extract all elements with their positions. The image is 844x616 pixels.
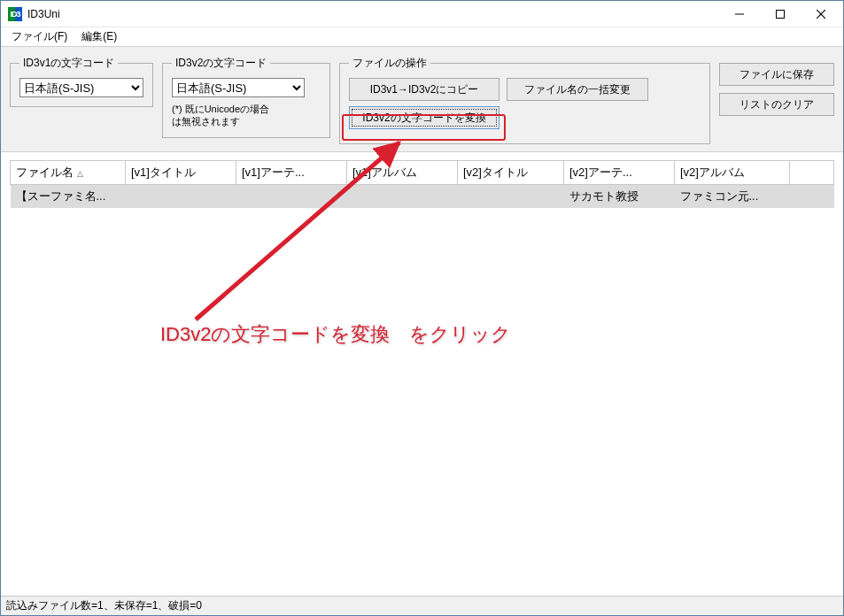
convert-id3v2-encoding-button[interactable]: ID3v2の文字コードを変換: [349, 106, 499, 129]
titlebar: ID3 ID3Uni: [1, 1, 843, 27]
column-header-row: ファイル名△ [v1]タイトル [v1]アーテ... [v1]アルバム [v2]…: [11, 161, 834, 185]
menu-file[interactable]: ファイル(F): [4, 27, 74, 46]
cell-v1-album: [347, 185, 458, 209]
col-v2-album[interactable]: [v2]アルバム: [675, 161, 790, 185]
bulk-rename-button[interactable]: ファイル名の一括変更: [507, 78, 648, 101]
col-spacer: [790, 161, 834, 185]
menubar: ファイル(F) 編集(E): [1, 27, 843, 47]
cell-v1-artist: [236, 185, 347, 209]
group-id3v2-encoding: ID3v2の文字コード 日本語(S-JIS) (*) 既にUnicodeの場合 …: [162, 56, 330, 138]
col-filename[interactable]: ファイル名△: [11, 161, 126, 185]
col-v1-album[interactable]: [v1]アルバム: [347, 161, 458, 185]
id3v2-encoding-select[interactable]: 日本語(S-JIS): [172, 78, 305, 97]
side-buttons: ファイルに保存 リストのクリア: [719, 56, 834, 116]
group-id3v2-legend: ID3v2の文字コード: [172, 56, 270, 71]
sort-asc-icon: △: [77, 169, 83, 178]
save-to-file-button[interactable]: ファイルに保存: [719, 63, 834, 86]
cell-v1-title: [126, 185, 236, 209]
svg-rect-1: [777, 10, 785, 18]
cell-v2-title: [458, 185, 564, 209]
maximize-icon: [776, 10, 785, 19]
group-id3v1-legend: ID3v1の文字コード: [19, 56, 118, 71]
cell-filename: 【スーファミ名...: [11, 185, 126, 209]
id3v2-note: (*) 既にUnicodeの場合 は無視されます: [172, 103, 321, 128]
clear-list-button[interactable]: リストのクリア: [719, 93, 834, 116]
maximize-button[interactable]: [760, 2, 801, 27]
menu-edit[interactable]: 編集(E): [74, 27, 124, 46]
col-v1-artist[interactable]: [v1]アーテ...: [236, 161, 347, 185]
file-list[interactable]: ファイル名△ [v1]タイトル [v1]アーテ... [v1]アルバム [v2]…: [10, 160, 834, 592]
statusbar: 読込みファイル数=1、未保存=1、破損=0: [1, 596, 843, 615]
id3v1-encoding-select[interactable]: 日本語(S-JIS): [19, 78, 143, 97]
col-v2-title[interactable]: [v2]タイトル: [458, 161, 564, 185]
close-button[interactable]: [801, 2, 841, 27]
status-text: 読込みファイル数=1、未保存=1、破損=0: [6, 598, 202, 613]
table-row[interactable]: 【スーファミ名... サカモト教授 ファミコン元...: [11, 185, 834, 209]
group-file-operations: ファイルの操作 ID3v1→ID3v2にコピー ファイル名の一括変更 ID3v2…: [339, 56, 710, 144]
app-icon: ID3: [8, 7, 22, 21]
toolbar: ID3v1の文字コード 日本語(S-JIS) ID3v2の文字コード 日本語(S…: [1, 47, 843, 152]
col-v1-title[interactable]: [v1]タイトル: [126, 161, 236, 185]
copy-id3v1-to-id3v2-button[interactable]: ID3v1→ID3v2にコピー: [349, 78, 499, 101]
cell-v2-album: ファミコン元...: [675, 185, 790, 209]
close-icon: [817, 10, 825, 19]
window-controls: [719, 2, 841, 27]
cell-v2-artist: サカモト教授: [564, 185, 675, 209]
group-fileops-legend: ファイルの操作: [349, 56, 430, 71]
minimize-icon: [735, 10, 744, 19]
file-list-table: ファイル名△ [v1]タイトル [v1]アーテ... [v1]アルバム [v2]…: [10, 160, 834, 208]
minimize-button[interactable]: [719, 2, 760, 27]
col-v2-artist[interactable]: [v2]アーテ...: [564, 161, 675, 185]
window-title: ID3Uni: [27, 8, 719, 20]
group-id3v1-encoding: ID3v1の文字コード 日本語(S-JIS): [10, 56, 153, 107]
